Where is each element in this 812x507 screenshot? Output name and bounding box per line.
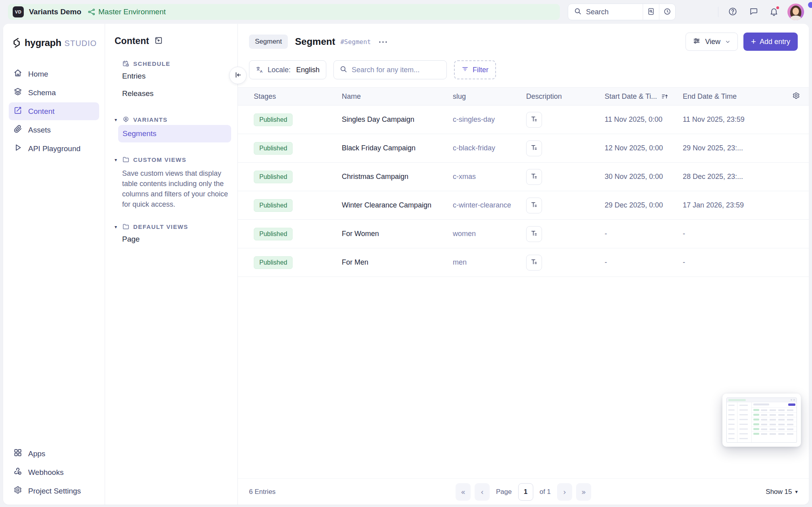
- column-header-slug[interactable]: slug: [453, 92, 526, 101]
- variants-item-segments[interactable]: Segments: [118, 125, 231, 142]
- cell-slug: c-black-friday: [453, 144, 526, 152]
- item-search-input[interactable]: Search for any item...: [333, 60, 447, 79]
- default-views-item-page[interactable]: Page: [115, 230, 229, 248]
- sidebar-item-home[interactable]: Home: [9, 65, 99, 83]
- rich-text-cell-button[interactable]: [526, 112, 542, 128]
- section-default-views: ▾ DEFAULT VIEWS: [115, 223, 229, 230]
- caret-down-icon[interactable]: ▾: [115, 224, 122, 230]
- schedule-item-entries[interactable]: Entries: [115, 67, 229, 85]
- topbar: VD Variants Demo Master Environment Sear…: [0, 0, 812, 24]
- rich-text-icon: [530, 258, 538, 267]
- table-settings-button[interactable]: [783, 92, 809, 102]
- sidebar-item-label: Home: [28, 70, 48, 79]
- last-page-button[interactable]: »: [576, 483, 591, 501]
- notifications-button[interactable]: [766, 4, 782, 20]
- feedback-button[interactable]: [745, 4, 761, 20]
- cell-name: Christmas Campaign: [342, 173, 453, 181]
- cell-slug: women: [453, 230, 526, 238]
- cell-name: Black Friday Campaign: [342, 144, 453, 152]
- column-header-end-date[interactable]: End Date & Time: [683, 92, 783, 101]
- sidebar-item-project-settings[interactable]: Project Settings: [9, 482, 99, 500]
- first-page-button[interactable]: «: [456, 483, 471, 501]
- sidebar-item-assets[interactable]: Assets: [9, 121, 99, 139]
- rich-text-cell-button[interactable]: [526, 255, 542, 271]
- schedule-item-releases[interactable]: Releases: [115, 85, 229, 102]
- screen-recording-preview[interactable]: [722, 394, 801, 447]
- project-avatar[interactable]: VD: [13, 6, 24, 17]
- corner-notification-dot: [808, 2, 812, 8]
- rich-text-cell-button[interactable]: [526, 140, 542, 156]
- table-row[interactable]: Published Singles Day Campaign c-singles…: [238, 106, 809, 134]
- sidebar-item-label: Assets: [28, 126, 51, 134]
- logo[interactable]: hygraph STUDIO: [12, 37, 96, 48]
- cell-slug: c-winter-clearance: [453, 201, 526, 209]
- cell-start-date: 12 Nov 2025, 0:00: [605, 144, 683, 152]
- column-header-stages[interactable]: Stages: [254, 92, 342, 101]
- search-placeholder: Search: [586, 8, 609, 16]
- table-row[interactable]: Published Winter Clearance Campaign c-wi…: [238, 191, 809, 220]
- view-button[interactable]: View: [686, 33, 738, 51]
- sidebar-item-label: Webhooks: [28, 468, 63, 477]
- help-button[interactable]: [725, 4, 741, 20]
- of-label: of 1: [540, 488, 551, 496]
- table-row[interactable]: Published Black Friday Campaign c-black-…: [238, 134, 809, 163]
- rich-text-cell-button[interactable]: [526, 198, 542, 213]
- divider: [718, 7, 718, 17]
- history-clock-icon: [663, 8, 671, 17]
- sidebar-item-webhooks[interactable]: Webhooks: [9, 463, 99, 481]
- cell-slug: c-singles-day: [453, 115, 526, 124]
- table-row[interactable]: Published For Men men - -: [238, 248, 809, 277]
- model-chip[interactable]: Segment: [249, 35, 288, 49]
- cell-end-date: 11 Nov 2025, 23:59: [683, 115, 783, 124]
- more-options-button[interactable]: [376, 36, 390, 47]
- rich-text-icon: [530, 115, 538, 124]
- user-avatar[interactable]: [787, 4, 804, 20]
- sidebar-item-apps[interactable]: Apps: [9, 445, 99, 463]
- section-schedule: SCHEDULE: [115, 60, 229, 67]
- locale-value: English: [296, 66, 320, 74]
- section-label: CUSTOM VIEWS: [133, 156, 186, 163]
- folder-icon: [122, 223, 130, 230]
- table-row[interactable]: Published For Women women - -: [238, 220, 809, 248]
- page-number-input[interactable]: [518, 483, 533, 501]
- search-input[interactable]: Search: [568, 7, 643, 17]
- collapse-panel-icon: [234, 71, 242, 80]
- doc-search-button[interactable]: [643, 4, 659, 20]
- rich-text-cell-button[interactable]: [526, 169, 542, 185]
- locale-selector[interactable]: A Locale: English: [249, 60, 326, 79]
- prev-page-button[interactable]: ‹: [475, 483, 490, 501]
- cell-name: Singles Day Campaign: [342, 115, 453, 124]
- sidebar-item-api-playground[interactable]: API Playground: [9, 140, 99, 157]
- table-footer: 6 Entries « ‹ Page of 1 › » Show 15 ▾: [238, 478, 809, 505]
- caret-down-icon[interactable]: ▾: [115, 157, 122, 163]
- cell-slug: c-xmas: [453, 173, 526, 181]
- entries-count: 6 Entries: [249, 488, 276, 496]
- filter-button[interactable]: Filter: [454, 60, 496, 79]
- sidebar-item-label: Schema: [28, 88, 56, 97]
- page-size-select[interactable]: Show 15 ▾: [766, 488, 798, 496]
- recent-history-button[interactable]: [659, 4, 675, 20]
- column-header-start-date[interactable]: Start Date & Ti...: [605, 92, 683, 101]
- status-badge: Published: [254, 256, 293, 269]
- page-label: Page: [496, 488, 512, 496]
- main-header: Segment Segment #Segment View + Add entr…: [238, 24, 809, 54]
- sliders-icon: [693, 37, 701, 47]
- sidebar-item-content[interactable]: Content: [9, 102, 99, 120]
- environment-name[interactable]: Master Environment: [98, 8, 166, 16]
- environment-banner[interactable]: VD Variants Demo Master Environment: [8, 4, 560, 20]
- table-row[interactable]: Published Christmas Campaign c-xmas 30 N…: [238, 163, 809, 191]
- feedback-chat-icon: [749, 7, 758, 17]
- next-page-button[interactable]: ›: [557, 483, 572, 501]
- rich-text-cell-button[interactable]: [526, 226, 542, 242]
- cell-end-date: -: [683, 230, 783, 238]
- collapse-panel-button[interactable]: [229, 67, 247, 84]
- caret-down-icon[interactable]: ▾: [115, 117, 122, 123]
- column-header-name[interactable]: Name: [342, 92, 453, 101]
- add-entry-button[interactable]: + Add entry: [743, 33, 798, 51]
- column-header-description[interactable]: Description: [526, 92, 605, 101]
- calendar-schedule-icon: [122, 60, 130, 67]
- sidebar-item-label: Apps: [28, 449, 45, 458]
- sort-icon[interactable]: [661, 93, 668, 100]
- sidebar-item-schema[interactable]: Schema: [9, 84, 99, 102]
- add-view-group-button[interactable]: [154, 36, 163, 46]
